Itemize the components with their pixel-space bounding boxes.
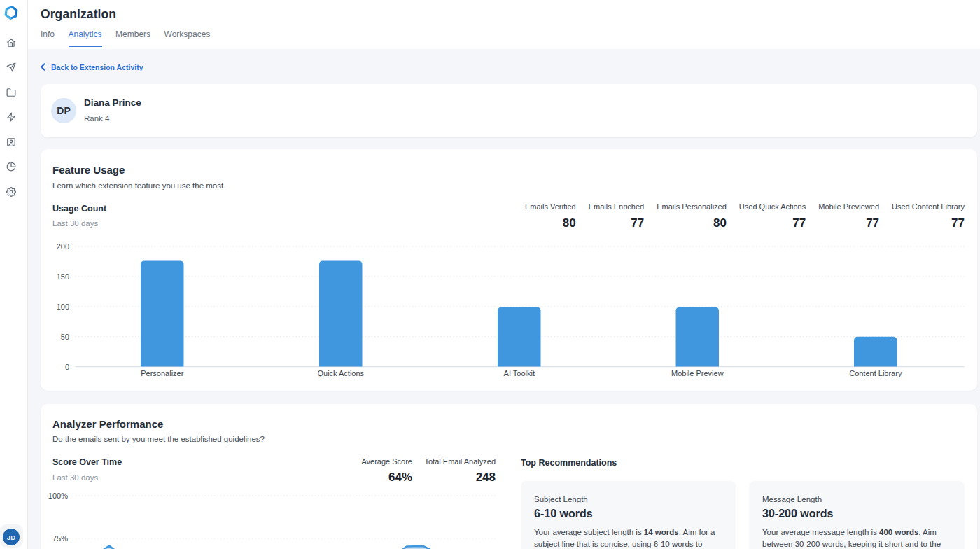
svg-text:0: 0	[65, 362, 69, 370]
svg-text:Quick Actions: Quick Actions	[317, 369, 364, 377]
svg-text:Content Library: Content Library	[849, 369, 902, 377]
svg-text:AI Toolkit: AI Toolkit	[504, 369, 535, 377]
svg-text:75%: 75%	[52, 534, 68, 543]
svg-text:Mobile Preview: Mobile Preview	[671, 369, 724, 377]
svg-text:150: 150	[57, 272, 69, 280]
svg-text:200: 200	[57, 244, 69, 251]
svg-text:50: 50	[61, 332, 69, 340]
svg-text:Personalizer: Personalizer	[141, 369, 183, 377]
svg-text:100: 100	[57, 302, 69, 310]
svg-text:100%: 100%	[48, 492, 68, 500]
